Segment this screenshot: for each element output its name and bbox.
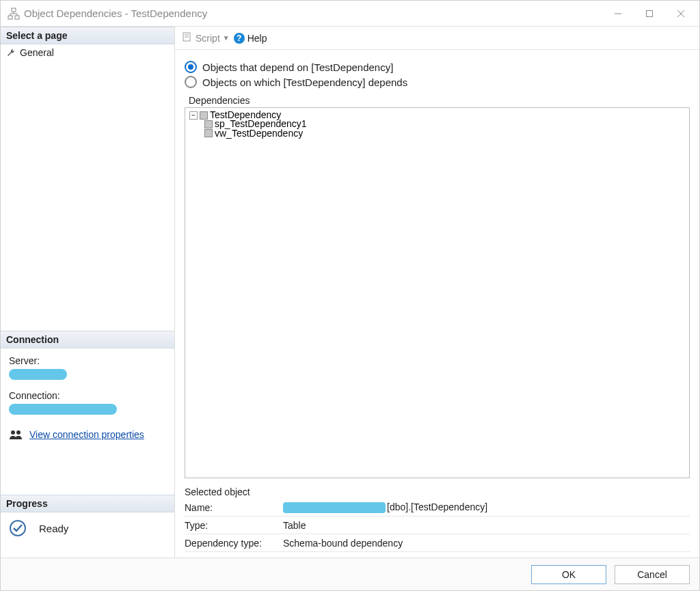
people-icon (9, 429, 23, 440)
maximize-button[interactable] (634, 3, 665, 24)
radio-objects-depend-on[interactable]: Objects that depend on [TestDependency] (185, 59, 690, 74)
svg-rect-2 (15, 16, 19, 19)
help-button[interactable]: ? Help (234, 33, 267, 44)
table-icon (200, 111, 208, 120)
selected-object-heading: Selected object (185, 486, 690, 497)
radio-objects-depends[interactable]: Objects on which [TestDependency] depend… (185, 74, 690, 90)
close-button[interactable] (665, 3, 697, 24)
dependency-type-value: Schema-bound dependency (282, 538, 690, 549)
radio-selected-icon (185, 61, 197, 73)
type-value: Table (282, 520, 690, 531)
right-panel: Script ▼ ? Help Objects that depend on [… (175, 27, 699, 558)
minimize-button[interactable] (602, 3, 634, 24)
collapse-icon[interactable]: − (189, 111, 198, 120)
help-label: Help (247, 33, 267, 44)
svg-rect-0 (12, 8, 16, 12)
view-connection-properties-link[interactable]: View connection properties (29, 429, 144, 440)
ok-button[interactable]: OK (531, 565, 606, 584)
svg-rect-1 (8, 16, 12, 19)
progress-header: Progress (1, 495, 174, 512)
tree-node-label: vw_TestDependency (215, 129, 303, 138)
left-panel: Select a page General Connection Server:… (1, 27, 175, 558)
type-label: Type: (185, 520, 282, 531)
dialog-footer: OK Cancel (1, 558, 699, 590)
page-item-label: General (20, 47, 54, 58)
window-title: Object Dependencies - TestDependency (24, 8, 602, 19)
dependencies-label: Dependencies (185, 95, 690, 106)
title-bar: Object Dependencies - TestDependency (1, 1, 699, 27)
connection-label: Connection: (9, 390, 166, 401)
server-value-redacted (9, 369, 67, 380)
toolbar: Script ▼ ? Help (175, 27, 699, 50)
caret-down-icon: ▼ (223, 34, 230, 42)
name-label: Name: (185, 502, 282, 513)
help-icon: ? (234, 33, 245, 44)
connection-value-redacted (9, 404, 117, 415)
page-item-general[interactable]: General (1, 44, 174, 61)
view-icon (204, 129, 213, 137)
radio-label: Objects that depend on [TestDependency] (202, 61, 393, 73)
script-dropdown[interactable]: Script ▼ (182, 31, 230, 44)
cancel-button[interactable]: Cancel (615, 565, 690, 584)
svg-point-7 (11, 430, 15, 435)
proc-icon (204, 120, 213, 128)
select-page-header: Select a page (1, 27, 174, 44)
connection-header: Connection (1, 331, 174, 348)
name-prefix-redacted (283, 502, 386, 513)
dependency-type-label: Dependency type: (185, 538, 282, 549)
name-value: [dbo].[TestDependency] (282, 501, 690, 513)
script-icon (182, 31, 193, 44)
svg-rect-4 (647, 10, 653, 16)
dependencies-tree[interactable]: − TestDependency sp_TestDependency1 vw_T… (185, 107, 690, 478)
wrench-icon (6, 48, 16, 57)
radio-label: Objects on which [TestDependency] depend… (202, 77, 407, 88)
script-label: Script (196, 33, 220, 44)
progress-status: Ready (39, 523, 68, 534)
svg-point-8 (16, 430, 21, 435)
server-label: Server: (9, 355, 166, 366)
dependencies-icon (8, 8, 20, 20)
tree-child[interactable]: vw_TestDependency (189, 129, 685, 138)
radio-unselected-icon (185, 76, 197, 88)
ready-check-icon (9, 519, 27, 537)
